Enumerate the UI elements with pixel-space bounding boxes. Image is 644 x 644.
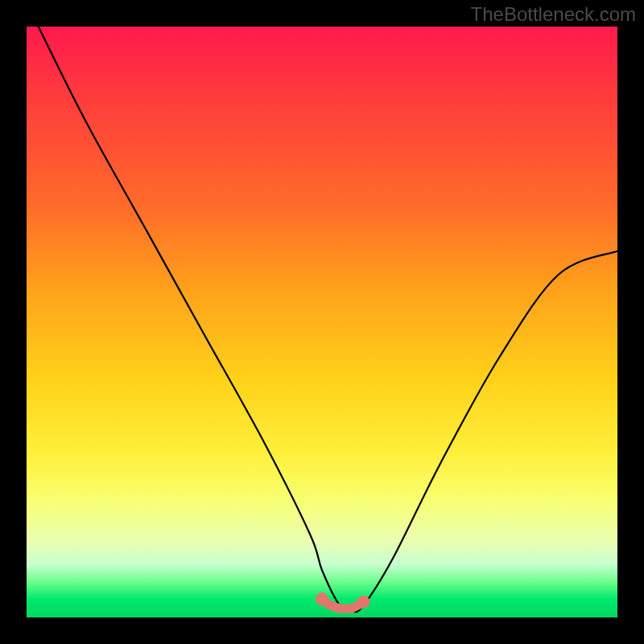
dip-markers xyxy=(316,592,369,609)
dip-cap-left xyxy=(316,592,328,605)
dip-cap-right xyxy=(357,596,369,609)
bottleneck-curve xyxy=(39,27,617,612)
plot-area xyxy=(27,27,617,617)
chart-svg xyxy=(27,27,617,617)
chart-frame: TheBottleneck.com xyxy=(0,0,644,644)
watermark-text: TheBottleneck.com xyxy=(471,3,636,26)
